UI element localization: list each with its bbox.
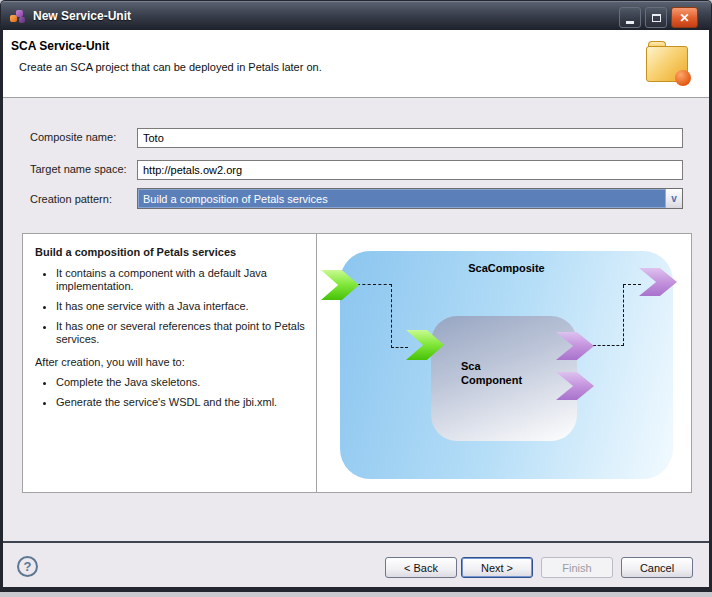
help-button[interactable]: ? bbox=[17, 556, 38, 577]
composite-name-input[interactable] bbox=[137, 128, 683, 148]
sca-component-label: Sca Component bbox=[461, 359, 522, 387]
maximize-icon bbox=[652, 14, 661, 22]
after-creation-bullet: Complete the Java skeletons. bbox=[56, 376, 306, 389]
help-icon: ? bbox=[24, 559, 32, 574]
composite-name-label: Composite name: bbox=[30, 131, 116, 143]
header-separator bbox=[3, 97, 709, 98]
finish-button: Finish bbox=[541, 557, 613, 578]
pattern-bullet: It has one service with a Java interface… bbox=[56, 300, 306, 313]
creation-pattern-selected-value: Build a composition of Petals services bbox=[138, 189, 665, 208]
pattern-diagram-panel: ScaComposite Sca Component bbox=[316, 233, 692, 493]
reference-wire-segment bbox=[593, 345, 624, 346]
titlebar[interactable]: New Service-Unit ✕ bbox=[1, 1, 711, 30]
pattern-bullet: It has one or several references that po… bbox=[56, 320, 306, 346]
target-namespace-input[interactable] bbox=[137, 160, 683, 180]
folder-icon bbox=[643, 36, 695, 88]
wizard-page-title: SCA Service-Unit bbox=[11, 39, 109, 53]
sca-component-box: Sca Component bbox=[431, 316, 577, 441]
window-icon bbox=[10, 9, 26, 25]
pattern-title: Build a composition of Petals services bbox=[35, 246, 306, 258]
after-creation-bullet: Generate the service's WSDL and the jbi.… bbox=[56, 396, 306, 409]
after-creation-heading: After creation, you will have to: bbox=[35, 356, 306, 368]
window-icon-cube-darkpurple bbox=[19, 17, 25, 23]
minimize-button[interactable] bbox=[619, 7, 641, 28]
reference-wire-segment bbox=[623, 285, 624, 346]
close-icon: ✕ bbox=[679, 11, 689, 25]
window-controls: ✕ bbox=[619, 7, 698, 28]
new-service-unit-dialog: New Service-Unit ✕ SCA Service-Unit Crea… bbox=[0, 0, 712, 597]
window-icon-cube-purple bbox=[16, 10, 23, 17]
window-title: New Service-Unit bbox=[33, 9, 131, 23]
close-button[interactable]: ✕ bbox=[671, 7, 698, 28]
pattern-bullet-list: It contains a component with a default J… bbox=[35, 267, 306, 346]
dialog-content: SCA Service-Unit Create an SCA project t… bbox=[3, 30, 709, 587]
creation-pattern-label: Creation pattern: bbox=[30, 193, 112, 205]
service-wire-segment bbox=[391, 347, 408, 348]
wizard-page-description: Create an SCA project that can be deploy… bbox=[19, 61, 322, 73]
folder-icon-dot bbox=[675, 70, 691, 86]
cancel-button[interactable]: Cancel bbox=[621, 557, 693, 578]
reference-wire-segment bbox=[623, 284, 641, 285]
next-button[interactable]: Next > bbox=[461, 557, 533, 578]
window-bottom-edge bbox=[0, 592, 712, 597]
service-wire-segment bbox=[357, 284, 392, 285]
chevron-down-icon: v bbox=[671, 193, 677, 204]
footer-separator bbox=[3, 541, 709, 543]
back-button[interactable]: < Back bbox=[385, 557, 457, 578]
after-creation-bullet-list: Complete the Java skeletons. Generate th… bbox=[35, 376, 306, 409]
target-namespace-label: Target name space: bbox=[30, 163, 127, 175]
sca-composite-label: ScaComposite bbox=[340, 262, 673, 274]
pattern-description-panel: Build a composition of Petals services I… bbox=[22, 233, 317, 493]
wizard-header: SCA Service-Unit Create an SCA project t… bbox=[3, 30, 709, 97]
creation-pattern-select[interactable]: Build a composition of Petals services v bbox=[137, 188, 683, 209]
service-wire-segment bbox=[391, 284, 392, 348]
pattern-bullet: It contains a component with a default J… bbox=[56, 267, 306, 293]
maximize-button[interactable] bbox=[645, 7, 667, 28]
combo-dropdown-button[interactable]: v bbox=[665, 189, 682, 208]
minimize-icon bbox=[626, 21, 634, 24]
